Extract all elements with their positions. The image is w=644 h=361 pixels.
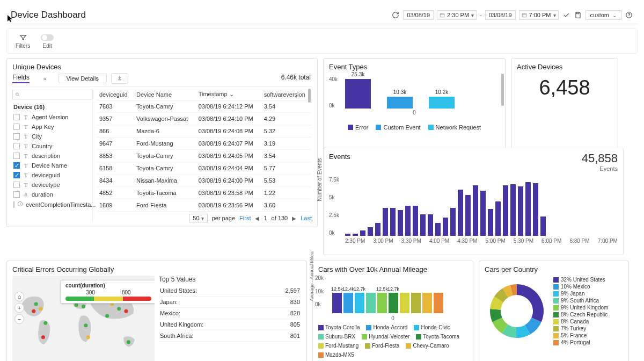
column-header[interactable]: Timestamp ⌄ (195, 89, 261, 100)
pager-first[interactable]: First (239, 215, 251, 221)
field-search[interactable] (12, 90, 92, 99)
legend-item[interactable]: Honda-Civic (414, 324, 450, 330)
world-map[interactable]: ⌂ + − count(duration) 300800 (12, 276, 155, 361)
legend-swatch (553, 277, 559, 283)
legend-item[interactable]: Mazda-MX5 (318, 352, 354, 358)
column-header[interactable]: softwareversion (261, 89, 312, 100)
field-row[interactable]: TCountry (12, 141, 92, 151)
table-row[interactable]: 4852Toyota-Tacoma03/08/19 6:23:58 PM1.22 (96, 187, 312, 199)
download-button[interactable] (111, 73, 128, 84)
legend-item[interactable]: Network Request (428, 124, 481, 131)
table-row[interactable]: 8853Toyota-Camry03/08/19 6:24:05 PM3.54 (96, 150, 312, 162)
panel-cars-per-country: Cars per Country 32% United States10% Me… (479, 261, 629, 361)
column-header[interactable]: deviceguid (96, 89, 133, 100)
checkbox-icon[interactable] (13, 124, 20, 130)
field-row[interactable]: ✓TDevice Name (12, 161, 92, 170)
table-row[interactable]: 9357Volkswagon-Passat03/08/19 6:24:10 PM… (96, 113, 312, 125)
bar (366, 293, 376, 313)
legend-item[interactable]: 8% Czech Republic (553, 312, 608, 317)
view-details-button[interactable]: View Details (58, 74, 107, 83)
field-row[interactable]: eventCompletionTimesta... (12, 199, 92, 210)
checkbox-icon[interactable] (13, 114, 20, 120)
time-end[interactable]: 7:00 PM▾ (519, 10, 559, 20)
legend-item[interactable]: 9% Japan (553, 291, 608, 297)
legend-item[interactable]: Ford-Fiesta (365, 343, 399, 349)
field-row[interactable]: TAgent Version (12, 112, 92, 122)
date-start[interactable]: 03/08/19 (403, 10, 434, 20)
checkbox-icon[interactable]: ✓ (13, 162, 20, 169)
checkbox-icon[interactable] (13, 143, 20, 149)
legend-label: 9% Japan (561, 291, 584, 297)
legend-item[interactable]: 7% Turkey (553, 326, 608, 331)
save-icon[interactable] (574, 11, 582, 19)
svg-point-6 (16, 93, 19, 96)
legend-item[interactable]: Error (348, 124, 368, 131)
collapse-icon[interactable]: « (43, 76, 47, 82)
help-icon[interactable] (625, 11, 633, 19)
legend-item[interactable]: 9% South Africa (553, 298, 608, 304)
field-group[interactable]: Device (16) (12, 102, 92, 112)
field-row[interactable]: #duration (12, 190, 92, 199)
field-row[interactable]: Tdescription (12, 151, 92, 161)
scrollbar[interactable] (501, 74, 504, 106)
field-row[interactable]: Tdevicetype (12, 180, 92, 190)
table-row[interactable]: 866Mazda-603/08/19 6:24:08 PM5.32 (96, 125, 312, 138)
table-row[interactable]: 1689Ford-Fiesta03/08/19 6:23:56 PM3.60 (96, 199, 312, 212)
checkbox-icon[interactable] (13, 153, 20, 159)
top5-value: 801 (290, 333, 300, 339)
table-row[interactable]: 8434Nissan-Maxima03/08/19 6:24:00 PM5.53 (96, 175, 312, 187)
field-row[interactable]: TApp Key (12, 122, 92, 132)
scrollbar[interactable] (308, 89, 311, 103)
legend-item[interactable]: Honda-Accord (366, 324, 407, 330)
map-zoom-out-button[interactable]: − (14, 314, 24, 324)
legend-item[interactable]: Chevy-Camaro (406, 343, 449, 349)
time-start[interactable]: 2:30 PM▾ (437, 10, 477, 20)
field-search-input[interactable] (20, 91, 90, 98)
legend-item[interactable]: Toyota-Tacoma (416, 334, 459, 340)
tab-fields[interactable]: Fields (12, 74, 30, 83)
bar-label: 12.5k (376, 286, 388, 292)
pager-prev[interactable]: ◀ (255, 215, 259, 221)
cell: Ford-Fiesta (133, 199, 195, 212)
filters-button[interactable]: Filters (11, 32, 34, 50)
refresh-icon[interactable] (391, 11, 400, 19)
legend-item[interactable]: 32% United States (553, 277, 608, 283)
bar (345, 234, 350, 236)
legend-item[interactable]: 10% Mexico (553, 284, 608, 290)
legend-item[interactable]: Toyota-Corolla (318, 324, 360, 330)
top5-row: United States:2,597 (159, 285, 301, 297)
checkbox-icon[interactable]: ✓ (13, 172, 20, 178)
edit-button[interactable]: Edit (36, 32, 58, 50)
legend-item[interactable]: Suburu-BRX (318, 334, 355, 340)
field-row[interactable]: ✓Tdeviceguid (12, 170, 92, 180)
table-row[interactable]: 6158Toyota-Camry03/08/19 6:24:04 PM5.77 (96, 162, 312, 175)
checkbox-icon[interactable] (13, 182, 20, 188)
legend-item[interactable]: 9% United Kingdom (553, 305, 608, 311)
legend-item[interactable]: Ford-Mustang (318, 343, 358, 349)
map-zoom-in-button[interactable]: + (14, 303, 24, 313)
checkbox-icon[interactable] (13, 133, 20, 140)
map-home-button[interactable]: ⌂ (14, 292, 24, 301)
legend-item[interactable]: Hyundai-Veloster (362, 334, 409, 340)
table-row[interactable]: 7683Toyota-Camry03/08/19 6:24:12 PM3.54 (96, 100, 312, 113)
legend-item[interactable]: 4% Portugal (553, 340, 608, 345)
legend-item[interactable]: 5% France (553, 333, 608, 338)
svg-rect-0 (440, 13, 444, 17)
apply-icon[interactable] (562, 11, 570, 19)
field-row[interactable]: TCity (12, 132, 92, 141)
top5-value: 805 (290, 321, 300, 328)
column-header[interactable]: Device Name (133, 89, 195, 100)
checkbox-icon[interactable] (13, 201, 14, 208)
pager-next[interactable]: ▶ (292, 215, 296, 221)
legend-item[interactable]: Custom Event (376, 124, 420, 131)
bar: 12.7k (389, 293, 398, 313)
table-row[interactable]: 9647Ford-Mustang03/08/19 6:24:07 PM3.19 (96, 138, 312, 150)
pager-last[interactable]: Last (301, 215, 312, 221)
date-end[interactable]: 03/08/19 (485, 10, 516, 20)
total-count: 6.46k total (281, 74, 311, 81)
page-size-select[interactable]: 50 ▾ (189, 214, 207, 222)
range-mode-select[interactable]: custom⌄ (586, 10, 621, 20)
ytick: 10k (315, 288, 324, 294)
checkbox-icon[interactable] (13, 191, 20, 198)
legend-item[interactable]: 8% Canada (553, 319, 608, 324)
